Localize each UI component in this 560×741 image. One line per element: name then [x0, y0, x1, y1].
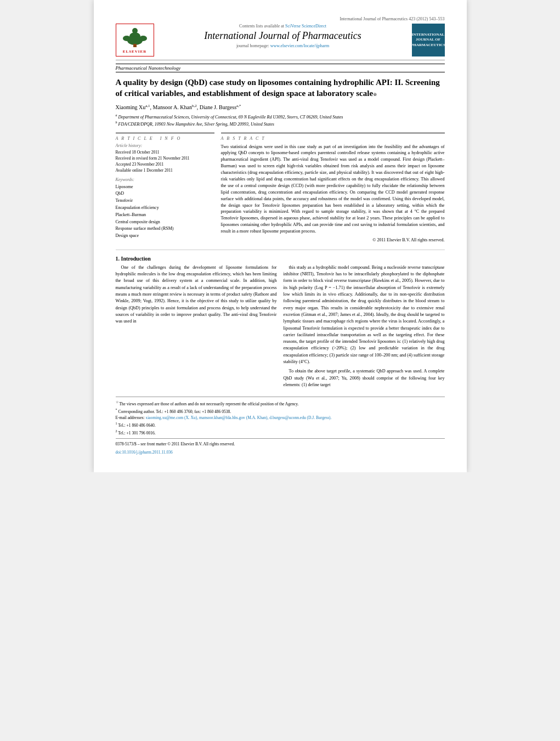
author-2: Mansoor A. Khan: [153, 104, 192, 110]
intro-columns: One of the challenges during the develop…: [116, 264, 445, 391]
keywords-label: Keywords:: [116, 177, 214, 182]
section-label: Pharmaceutical Nanotechnology: [116, 64, 445, 72]
introduction-section: 1. Introduction One of the challenges du…: [116, 256, 445, 391]
homepage-url[interactable]: www.elsevier.com/locate/ijpharm: [270, 43, 329, 48]
intro-col-left: One of the challenges during the develop…: [116, 264, 277, 391]
history-label: Article history:: [116, 143, 214, 148]
corresponding-footnote: * Corresponding author. Tel.: +1 860 486…: [116, 408, 445, 415]
article-info-abstract: A R T I C L E I N F O Article history: R…: [116, 133, 445, 244]
svg-rect-3: [133, 44, 137, 47]
journal-logo-box: INTERNATIONALJOURNAL OFPHARMACEUTICS: [412, 24, 445, 56]
journal-header: ELSEVIER Contents lists available at Sci…: [116, 24, 445, 60]
intro-col2-text: this study as a hydrophilic model compou…: [284, 264, 445, 365]
abstract-text: Two statistical designs were used in thi…: [221, 144, 445, 235]
section-divider: [116, 250, 445, 250]
elsevier-label: ELSEVIER: [123, 49, 146, 54]
article-info-box: A R T I C L E I N F O Article history: R…: [116, 133, 214, 240]
svg-point-5: [139, 36, 147, 41]
email-addresses: xiaoming.xu@me.com (X. Xu), mansoor.khan…: [145, 415, 331, 420]
journal-logo-right: INTERNATIONALJOURNAL OFPHARMACEUTICS: [412, 24, 445, 56]
affiliation-b: b FDA/CDER/DPQR, 10903 New Hampshire Ave…: [116, 120, 445, 127]
authors-line: Xiaoming Xua,1, Mansoor A. Khanb,2, Dian…: [116, 104, 445, 110]
svg-point-4: [123, 36, 131, 41]
footnotes: ☆ The views expressed are those of autho…: [116, 397, 445, 456]
article-info-col: A R T I C L E I N F O Article history: R…: [116, 133, 214, 244]
abstract-section: A B S T R A C T Two statistical designs …: [221, 133, 445, 242]
citation-line: International Journal of Pharmaceutics 4…: [116, 16, 445, 21]
tel2-footnote: 2 Tel.: +1 301 796 0016.: [116, 429, 445, 437]
journal-homepage: journal homepage: www.elsevier.com/locat…: [160, 43, 406, 48]
star-footnote: ☆ The views expressed are those of autho…: [116, 400, 445, 408]
email-footnote: E-mail addresses: xiaoming.xu@me.com (X.…: [116, 415, 445, 421]
affiliations: a Department of Pharmaceutical Sciences,…: [116, 113, 445, 127]
issn-line: 0378-5173/$ – see front matter © 2011 El…: [116, 441, 445, 448]
main-title: A quality by design (QbD) case study on …: [116, 77, 445, 99]
doi-line: doi:10.1016/j.ijpharm.2011.11.036: [116, 449, 445, 456]
keywords-section: Keywords: Liposome QbD Tenofovir Encapsu…: [116, 177, 214, 240]
article-dates: Received 18 October 2011 Received in rev…: [116, 149, 214, 174]
author-3: Diane J. Burgess: [200, 104, 236, 110]
intro-col1-text: One of the challenges during the develop…: [116, 264, 277, 325]
intro-title: 1. Introduction: [116, 256, 445, 262]
article-history-title: A R T I C L E I N F O: [116, 136, 214, 141]
footnote-divider: [116, 438, 445, 439]
copyright-line: © 2011 Elsevier B.V. All rights reserved…: [221, 237, 445, 242]
intro-col2-p2-text: To obtain the above target profile, a sy…: [284, 368, 445, 388]
sciverse-link[interactable]: SciVerse ScienceDirect: [285, 24, 326, 29]
intro-col-right: this study as a hydrophilic model compou…: [284, 264, 445, 391]
abstract-col: A B S T R A C T Two statistical designs …: [221, 133, 445, 244]
abstract-title: A B S T R A C T: [221, 136, 445, 141]
journal-center: Contents lists available at SciVerse Sci…: [160, 24, 406, 48]
affiliation-a: a Department of Pharmaceutical Sciences,…: [116, 113, 445, 120]
tel1-footnote: 1 Tel.: +1 860 486 0640.: [116, 421, 445, 429]
sciverse-line: Contents lists available at SciVerse Sci…: [160, 24, 406, 29]
elsevier-logo: ELSEVIER: [116, 24, 154, 56]
author-1: Xiaoming Xu: [116, 104, 146, 110]
elsevier-tree-icon: [121, 26, 149, 48]
journal-title: International Journal of Pharmaceutics: [160, 30, 406, 42]
